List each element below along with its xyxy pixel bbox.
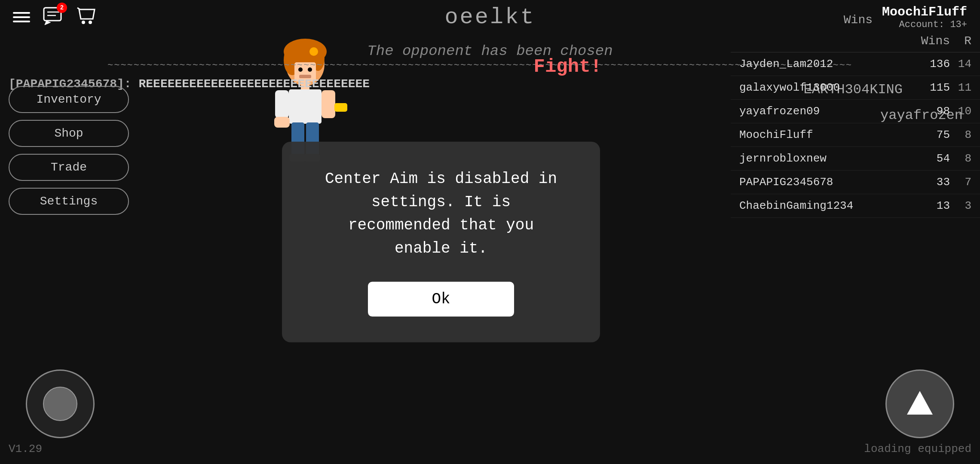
leaderboard-row: ChaebinGaming1234133 <box>731 194 980 218</box>
leaderboard-player-rank: 8 <box>950 128 971 141</box>
trade-button[interactable]: Trade <box>9 154 129 181</box>
leaderboard-player-rank: 14 <box>950 58 971 70</box>
svg-rect-17 <box>274 117 290 128</box>
leaderboard-player-wins: 13 <box>916 199 950 212</box>
version-text: V1.29 <box>9 443 42 455</box>
leaderboard-player-wins: 136 <box>916 58 950 70</box>
leaderboard-player-rank: 10 <box>950 105 971 118</box>
leaderboard-player-name: yayafrozen09 <box>739 105 916 118</box>
svg-line-5 <box>77 8 80 9</box>
leaderboard-row: yayafrozen099810 <box>731 100 980 123</box>
settings-button[interactable]: Settings <box>9 188 129 215</box>
dialog-overlay: Center Aim is disabled in settings. It i… <box>282 142 600 342</box>
leaderboard-col-wins: Wins <box>921 34 950 48</box>
leaderboard: Wins R Jayden_Lam201213614galaxywolf1300… <box>731 30 980 218</box>
fight-text: Fight! <box>534 56 602 77</box>
top-bar: 2 oeelkt Wins MoochiFluff Account: 13+ <box>0 0 980 34</box>
menu-button[interactable] <box>13 12 30 22</box>
leaderboard-row: jernrobloxnew548 <box>731 147 980 171</box>
leaderboard-header: Wins R <box>731 30 980 52</box>
svg-rect-19 <box>334 103 347 112</box>
svg-marker-25 <box>907 391 933 415</box>
inventory-button[interactable]: Inventory <box>9 86 129 113</box>
svg-point-24 <box>309 47 318 56</box>
joystick-inner <box>43 387 77 421</box>
leaderboard-row: galaxywolf1300011511 <box>731 76 980 100</box>
chat-badge: 2 <box>57 3 67 13</box>
leaderboard-player-name: ChaebinGaming1234 <box>739 199 916 212</box>
account-info: Account: 13+ <box>882 19 967 30</box>
store-button[interactable] <box>77 6 97 29</box>
leaderboard-row: Jayden_Lam201213614 <box>731 52 980 76</box>
leaderboard-player-wins: 98 <box>916 105 950 118</box>
game-title: oeelkt <box>444 5 535 30</box>
leaderboard-player-rank: 7 <box>950 176 971 189</box>
svg-rect-18 <box>322 90 335 118</box>
svg-rect-16 <box>275 90 289 118</box>
svg-rect-15 <box>289 89 322 124</box>
leaderboard-rows: Jayden_Lam201213614galaxywolf1300011511y… <box>731 52 980 218</box>
leaderboard-player-wins: 33 <box>916 176 950 189</box>
dialog-box: Center Aim is disabled in settings. It i… <box>282 142 600 342</box>
leaderboard-player-rank: 11 <box>950 81 971 94</box>
leaderboard-player-name: jernrobloxnew <box>739 152 916 165</box>
leaderboard-player-rank: 8 <box>950 152 971 165</box>
leaderboard-player-wins: 75 <box>916 128 950 141</box>
shop-button[interactable]: Shop <box>9 120 129 147</box>
svg-point-4 <box>89 21 92 24</box>
dashes-text: ~~~~~~~~~~~~~~~~~~~~~~~~~~~~~~~~~~~~~~~~… <box>107 60 722 71</box>
leaderboard-player-name: galaxywolf13000 <box>739 81 916 94</box>
leaderboard-player-name: PAPAPIG2345678 <box>739 176 916 189</box>
top-left-icons: 2 <box>13 6 97 29</box>
dialog-message: Center Aim is disabled in settings. It i… <box>316 168 566 260</box>
leaderboard-player-wins: 115 <box>916 81 950 94</box>
ok-button[interactable]: Ok <box>368 282 514 317</box>
wins-label: Wins <box>844 13 873 27</box>
chat-text: REEEEEEEEEEEEEEEEEEEEEEEEEEEEEEE <box>138 77 370 91</box>
username: MoochiFluff <box>882 5 967 19</box>
sidebar-buttons: Inventory Shop Trade Settings <box>9 86 129 215</box>
leaderboard-col-rank: R <box>950 34 971 48</box>
player-info: Wins MoochiFluff Account: 13+ <box>882 5 967 30</box>
leaderboard-col-name <box>739 34 921 48</box>
leaderboard-player-rank: 3 <box>950 199 971 212</box>
svg-point-3 <box>82 21 85 24</box>
leaderboard-player-name: Jayden_Lam2012 <box>739 58 916 70</box>
leaderboard-player-name: MoochiFluff <box>739 128 916 141</box>
loading-text: loading equipped <box>864 443 971 455</box>
leaderboard-player-wins: 54 <box>916 152 950 165</box>
leaderboard-row: MoochiFluff758 <box>731 123 980 147</box>
leaderboard-row: PAPAPIG2345678337 <box>731 171 980 194</box>
joystick[interactable] <box>26 369 95 438</box>
fight-overlay: ~~~~~~~~~~~~~~~~~~~~~~~~~~~~~~~~~~~~~~~~… <box>107 60 722 71</box>
action-button[interactable] <box>885 369 954 438</box>
chat-button[interactable]: 2 <box>43 6 64 29</box>
